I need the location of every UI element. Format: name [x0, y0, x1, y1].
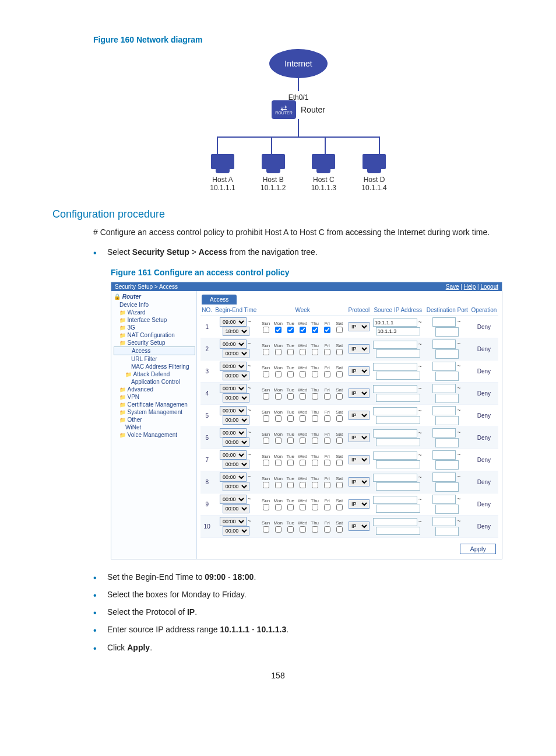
day-checkbox[interactable] [336, 393, 343, 400]
day-checkbox[interactable] [263, 460, 269, 466]
end-time-select[interactable]: 18:00 [223, 327, 249, 336]
day-checkbox[interactable] [324, 482, 330, 488]
dest-port-end[interactable] [435, 416, 459, 425]
src-ip-end[interactable] [376, 394, 420, 402]
day-checkbox[interactable] [263, 526, 269, 533]
day-checkbox[interactable] [287, 504, 294, 510]
nav-item[interactable]: Application Control [114, 378, 195, 386]
nav-item[interactable]: Voice Management [114, 431, 195, 439]
day-checkbox[interactable] [287, 526, 294, 533]
src-ip-end[interactable] [376, 438, 420, 446]
day-checkbox[interactable] [312, 504, 318, 510]
begin-time-select[interactable]: 00:00 [220, 517, 247, 526]
day-checkbox[interactable] [287, 482, 294, 488]
dest-port-end[interactable] [435, 438, 459, 447]
src-ip-end[interactable] [376, 505, 420, 513]
dest-port-end[interactable] [435, 349, 459, 359]
day-checkbox[interactable] [287, 349, 294, 355]
apply-button[interactable]: Apply [460, 544, 496, 554]
day-checkbox[interactable] [300, 460, 306, 466]
day-checkbox[interactable] [275, 415, 281, 422]
protocol-select[interactable]: IP [349, 366, 370, 376]
nav-item[interactable]: Interface Setup [114, 316, 195, 324]
src-ip-begin[interactable] [373, 429, 417, 438]
day-checkbox[interactable] [263, 349, 269, 355]
dest-port-end[interactable] [435, 460, 459, 470]
begin-time-select[interactable]: 00:00 [220, 406, 247, 415]
end-time-select[interactable]: 00:00 [223, 460, 249, 469]
protocol-select[interactable]: IP [349, 433, 370, 442]
src-ip-end[interactable] [376, 527, 420, 535]
dest-port-begin[interactable] [432, 340, 456, 349]
nav-item[interactable]: Device Info [114, 301, 195, 309]
src-ip-begin[interactable] [373, 341, 417, 349]
nav-root[interactable]: Router [114, 293, 195, 300]
day-checkbox[interactable] [287, 438, 294, 444]
begin-time-select[interactable]: 00:00 [220, 473, 247, 482]
nav-item[interactable]: Security Setup [114, 339, 195, 346]
dest-port-begin[interactable] [432, 362, 456, 371]
protocol-select[interactable]: IP [349, 477, 370, 487]
begin-time-select[interactable]: 00:00 [220, 384, 247, 393]
day-checkbox[interactable] [263, 393, 269, 400]
src-ip-end[interactable] [376, 372, 420, 380]
dest-port-begin[interactable] [432, 473, 456, 482]
nav-item[interactable]: Certificate Managemen [114, 401, 195, 408]
dest-port-end[interactable] [435, 372, 459, 381]
src-ip-begin[interactable] [373, 496, 417, 504]
day-checkbox[interactable] [300, 327, 306, 333]
day-checkbox[interactable] [324, 460, 330, 466]
begin-time-select[interactable]: 00:00 [220, 428, 247, 438]
src-ip-begin[interactable] [373, 385, 417, 393]
day-checkbox[interactable] [275, 438, 281, 444]
protocol-select[interactable]: IP [349, 344, 370, 354]
day-checkbox[interactable] [312, 438, 318, 444]
nav-item[interactable]: 3G [114, 324, 195, 331]
day-checkbox[interactable] [300, 482, 306, 488]
day-checkbox[interactable] [300, 504, 306, 510]
nav-item[interactable]: MAC Address Filtering [114, 363, 195, 370]
day-checkbox[interactable] [287, 393, 294, 400]
day-checkbox[interactable] [324, 415, 330, 422]
dest-port-begin[interactable] [432, 450, 456, 460]
day-checkbox[interactable] [324, 393, 330, 400]
nav-item[interactable]: WiNet [114, 424, 195, 431]
day-checkbox[interactable] [336, 504, 343, 510]
day-checkbox[interactable] [312, 415, 318, 422]
day-checkbox[interactable] [312, 327, 318, 333]
dest-port-begin[interactable] [432, 406, 456, 415]
day-checkbox[interactable] [300, 526, 306, 533]
day-checkbox[interactable] [275, 460, 281, 466]
day-checkbox[interactable] [275, 371, 281, 377]
protocol-select[interactable]: IP [349, 411, 370, 420]
end-time-select[interactable]: 00:00 [223, 415, 249, 425]
day-checkbox[interactable] [324, 349, 330, 355]
day-checkbox[interactable] [336, 371, 343, 377]
src-ip-begin[interactable] [373, 518, 417, 526]
nav-item[interactable]: Advanced [114, 386, 195, 393]
nav-item[interactable]: System Management [114, 408, 195, 416]
end-time-select[interactable]: 00:00 [223, 526, 249, 536]
end-time-select[interactable]: 00:00 [223, 482, 249, 491]
src-ip-end[interactable] [376, 327, 420, 335]
nav-item[interactable]: Wizard [114, 309, 195, 316]
dest-port-end[interactable] [435, 394, 459, 403]
begin-time-select[interactable]: 00:00 [220, 495, 247, 504]
day-checkbox[interactable] [287, 415, 294, 422]
day-checkbox[interactable] [300, 438, 306, 444]
protocol-select[interactable]: IP [349, 322, 370, 331]
end-time-select[interactable]: 00:00 [223, 504, 249, 513]
nav-item[interactable]: VPN [114, 393, 195, 401]
src-ip-begin[interactable] [373, 474, 417, 482]
day-checkbox[interactable] [275, 526, 281, 533]
nav-item[interactable]: Other [114, 416, 195, 424]
src-ip-end[interactable] [376, 460, 420, 468]
day-checkbox[interactable] [312, 371, 318, 377]
src-ip-begin[interactable] [373, 318, 417, 327]
begin-time-select[interactable]: 00:00 [220, 362, 247, 371]
dest-port-end[interactable] [435, 327, 459, 337]
nav-item[interactable]: Attack Defend [114, 370, 195, 378]
src-ip-begin[interactable] [373, 452, 417, 460]
protocol-select[interactable]: IP [349, 388, 370, 398]
help-link[interactable]: Help [464, 284, 476, 290]
